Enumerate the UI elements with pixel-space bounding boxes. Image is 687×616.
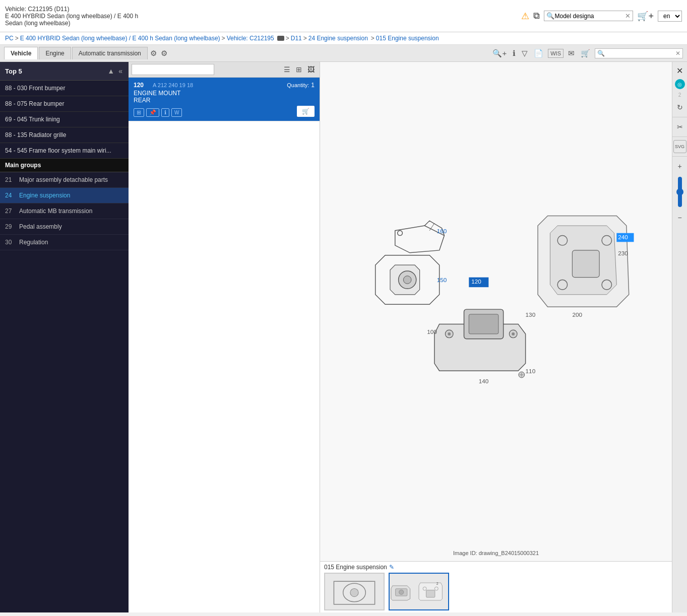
zoom-out-right-button[interactable]: − [673, 211, 686, 224]
parts-item-desc1: ENGINE MOUNT [134, 90, 315, 97]
engine-part-group-left: 160 150 [376, 221, 447, 304]
part-subframe-group: 240 230 200 [538, 216, 634, 317]
breadcrumb-d11[interactable]: D11 [291, 35, 302, 42]
parts-item-120-content: 120 A 212 240 19 18 Quantity: 1 ENGINE M… [134, 82, 315, 117]
svg-text:2: 2 [436, 582, 439, 585]
parts-search-input[interactable] [132, 64, 214, 75]
zoom-slider-handle[interactable] [676, 188, 683, 195]
tab-vehicle[interactable]: Vehicle [4, 47, 38, 59]
model-line1: E 400 HYBRID Sedan (long wheelbase) / E … [5, 13, 138, 20]
page-counter: 2 [677, 91, 682, 99]
sidebar-group-29[interactable]: 29 Pedal assembly [0, 219, 129, 235]
mail-toolbar-button[interactable]: ✉ [567, 47, 576, 59]
zoom-slider[interactable] [678, 177, 682, 207]
scissors-button[interactable]: ✂ [673, 120, 686, 133]
sidebar: Top 5 ▲ « 88 - 030 Front bumper 88 - 075… [0, 62, 129, 612]
thumbnails-header: 015 Engine suspension ✎ [324, 564, 668, 571]
language-select[interactable]: en de fr [658, 11, 682, 22]
parts-header-icons: ☰ ⊞ 🖼 [282, 64, 317, 75]
svg-point-0 [398, 230, 403, 235]
breadcrumb-015-engine[interactable]: 015 Engine suspension [376, 35, 439, 42]
sidebar-group-21[interactable]: 21 Major assembly detachable parts [0, 172, 129, 188]
label-230-text: 230 [618, 249, 628, 256]
toolbar-search-input[interactable] [605, 50, 675, 57]
sidebar-top5-controls: ▲ « [106, 66, 123, 76]
thumbnail-2[interactable]: 2 [389, 573, 449, 610]
parts-image-view-button[interactable]: 🖼 [305, 64, 317, 75]
toolbar-tabs: Vehicle Engine Automatic transmission ⚙ … [4, 47, 169, 59]
tab-automatic-transmission[interactable]: Automatic transmission [72, 47, 148, 59]
sidebar-top5-title: Top 5 [5, 67, 22, 75]
tab-engine[interactable]: Engine [39, 47, 71, 59]
target-button[interactable]: ◎ [675, 79, 685, 89]
search-clear-button[interactable]: ✕ [625, 12, 631, 20]
toolbar: Vehicle Engine Automatic transmission ⚙ … [0, 45, 687, 62]
filter-toolbar-button[interactable]: ▽ [520, 47, 529, 59]
sidebar-item-rear-bumper[interactable]: 88 - 075 Rear bumper [0, 96, 129, 112]
sidebar-item-frame-floor[interactable]: 54 - 545 Frame floor system main wiri... [0, 143, 129, 159]
sidebar-group-27[interactable]: 27 Automatic MB transmission [0, 203, 129, 219]
parts-pin-btn[interactable]: 📌 [146, 108, 159, 117]
cart-button[interactable]: 🛒+ [637, 11, 654, 22]
main-layout: Top 5 ▲ « 88 - 030 Front bumper 88 - 075… [0, 62, 687, 612]
parts-header: ☰ ⊞ 🖼 [129, 62, 320, 78]
parts-item-120-top: 120 A 212 240 19 18 Quantity: 1 [134, 82, 315, 89]
breadcrumb-engine-suspension[interactable]: 24 Engine suspension [308, 35, 368, 42]
wis-toolbar-button[interactable]: WIS [548, 49, 564, 58]
group-label-29: Pedal assembly [19, 223, 62, 230]
parts-grid-view-button[interactable]: ⊞ [294, 64, 304, 75]
part-120-group: 120 130 100 140 [427, 277, 535, 384]
group-num-29: 29 [5, 223, 15, 230]
sidebar-group-30[interactable]: 30 Regulation [0, 235, 129, 250]
parts-table-btn[interactable]: ⊞ [134, 108, 144, 117]
add-to-cart-button[interactable]: 🛒 [297, 106, 315, 117]
header-vehicle-info: Vehicle: C212195 (D11) E 400 HYBRID Seda… [5, 6, 138, 27]
parts-item-actions: ⊞ 📌 ℹ W [134, 108, 182, 117]
model-search-input[interactable] [554, 13, 625, 20]
thumbnail-1[interactable] [324, 573, 385, 610]
settings-icon[interactable]: ⚙ [149, 47, 158, 59]
breadcrumb-pc[interactable]: PC [5, 35, 14, 42]
breadcrumb-vehicle[interactable]: Vehicle: C212195 [227, 35, 274, 42]
label-120-badge: 120 [471, 278, 481, 285]
svg-point-9 [350, 588, 358, 596]
svg-button[interactable]: SVG [673, 140, 686, 153]
label-130: 130 [526, 311, 536, 317]
sidebar-item-front-bumper[interactable]: 88 - 030 Front bumper [0, 81, 129, 96]
quantity-value: 1 [311, 82, 315, 89]
zoom-in-toolbar-button[interactable]: 🔍+ [491, 47, 508, 59]
model-search-bar: 🔍 ✕ [544, 11, 633, 21]
info-toolbar-button[interactable]: ℹ [511, 47, 517, 59]
toolbar-separator-1 [672, 117, 687, 117]
copy-button[interactable]: ⧉ [533, 11, 540, 21]
sidebar-group-24[interactable]: 24 Engine suspension [0, 188, 129, 203]
parts-list-view-button[interactable]: ☰ [282, 64, 292, 75]
group-label-21: Major assembly detachable parts [19, 176, 108, 183]
history-button[interactable]: ↻ [673, 101, 686, 114]
sidebar-collapse-button[interactable]: ▲ [106, 66, 115, 76]
thumbnails-panel: 015 Engine suspension ✎ [320, 561, 672, 612]
breadcrumb-model[interactable]: E 400 HYBRID Sedan (long wheelbase) / E … [20, 35, 220, 42]
toolbar-search-clear[interactable]: ✕ [675, 50, 680, 57]
toolbar-separator-3 [672, 156, 687, 157]
motorcycle-icon[interactable]: ⚙ [159, 47, 169, 59]
sidebar-main-groups-header: Main groups [0, 159, 129, 172]
thumbnails-edit-icon[interactable]: ✎ [389, 564, 394, 571]
doc-toolbar-button[interactable]: 📄 [532, 47, 545, 59]
zoom-in-right-button[interactable]: + [673, 160, 686, 173]
sidebar-item-radiator-grille[interactable]: 88 - 135 Radiator grille [0, 127, 129, 143]
close-diagram-button[interactable]: ✕ [673, 64, 686, 77]
parts-header-left [132, 64, 214, 75]
image-id-label: Image ID: drawing_B24015000321 [453, 550, 539, 556]
parts-item-120[interactable]: 120 A 212 240 19 18 Quantity: 1 ENGINE M… [129, 78, 320, 121]
warning-button[interactable]: ⚠ [521, 11, 529, 22]
sidebar-item-trunk-lining[interactable]: 69 - 045 Trunk lining [0, 112, 129, 127]
sidebar-minimize-button[interactable]: « [117, 66, 123, 76]
label-100: 100 [427, 328, 437, 334]
cart-toolbar-button[interactable]: 🛒 [579, 47, 592, 59]
diagram-area: 160 150 [320, 62, 672, 561]
model-line2: Sedan (long wheelbase) [5, 20, 138, 27]
parts-list: 120 A 212 240 19 18 Quantity: 1 ENGINE M… [129, 78, 320, 612]
parts-wis-btn[interactable]: W [171, 108, 182, 117]
parts-info-btn[interactable]: ℹ [161, 108, 169, 117]
